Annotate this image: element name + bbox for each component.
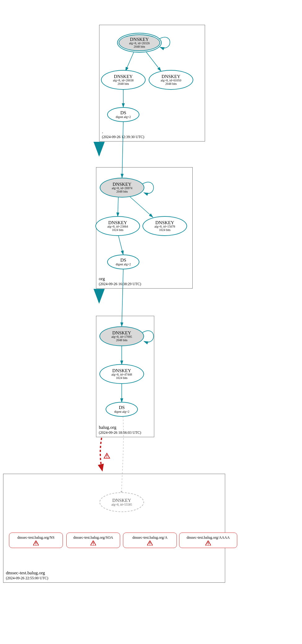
node-balug-ds[interactable]: DS digest alg=2 (106, 402, 138, 417)
rr-soa-label: dnssec-test.balug.org/SOA (73, 535, 113, 540)
svg-rect-7 (150, 544, 150, 545)
node-root-zsk2-title: DNSKEY (162, 74, 181, 79)
node-org-ksk[interactable]: DNSKEY alg=8, id=26974 2048 bits (100, 178, 144, 198)
node-org-zsk1-bits: 1024 bits (112, 228, 124, 232)
node-org-ds[interactable]: DS digest alg=2 (107, 255, 139, 269)
node-root-zsk1[interactable]: DNSKEY alg=8, id=20038 2048 bits (101, 70, 146, 90)
warning-icon (205, 541, 211, 546)
warning-icon (33, 541, 39, 546)
node-root-ksk-bits: 2048 bits (134, 45, 145, 49)
zone-org-name: org (99, 276, 141, 282)
node-root-zsk2[interactable]: DNSKEY alg=8, id=61050 2048 bits (149, 70, 193, 90)
node-org-ds-title: DS (120, 258, 126, 263)
zone-root-label: . (2024-09-26 12:39:30 UTC) (102, 129, 144, 139)
node-balug-ds-title: DS (119, 405, 125, 410)
node-root-ds-alg: digest alg=2 (116, 115, 131, 119)
node-org-ds-alg: digest alg=2 (116, 263, 131, 266)
node-root-zsk1-bits: 2048 bits (118, 82, 129, 86)
rr-aaaa-label: dnssec-test.balug.org/AAAA (186, 535, 230, 540)
node-dnssec-key-alg: alg=8, id=55585 (112, 503, 132, 507)
node-dnssec-key[interactable]: DNSKEY alg=8, id=55585 (99, 492, 144, 512)
zone-org-label: org (2024-09-26 16:38:29 UTC) (99, 276, 141, 286)
node-balug-zsk-title: DNSKEY (112, 368, 131, 373)
node-root-ksk[interactable]: DNSKEY alg=8, id=20326 2048 bits (117, 33, 162, 53)
zone-dnssec-ts: (2024-09-26 22:55:00 UTC) (6, 576, 48, 581)
node-org-zsk2-bits: 1024 bits (159, 228, 171, 232)
node-org-zsk1[interactable]: DNSKEY alg=8, id=23064 1024 bits (95, 216, 140, 236)
zone-dnssec-label: dnssec-test.balug.org (2024-09-26 22:55:… (6, 570, 48, 581)
node-balug-zsk[interactable]: DNSKEY alg=8, id=47448 1024 bits (99, 364, 144, 384)
node-root-ksk-title: DNSKEY (130, 37, 149, 42)
warning-icon (147, 541, 153, 546)
rr-soa[interactable]: dnssec-test.balug.org/SOA (66, 533, 120, 548)
node-balug-zsk-bits: 1024 bits (116, 376, 128, 380)
node-root-zsk1-title: DNSKEY (114, 74, 133, 79)
svg-rect-4 (93, 542, 94, 544)
rr-a[interactable]: dnssec-test.balug.org/A (123, 533, 177, 548)
svg-rect-6 (150, 542, 150, 544)
svg-rect-9 (208, 544, 208, 545)
svg-rect-3 (36, 544, 36, 545)
warning-icon (90, 541, 96, 546)
svg-rect-2 (36, 542, 36, 544)
node-org-zsk1-title: DNSKEY (108, 220, 127, 225)
rr-ns-label: dnssec-test.balug.org/NS (17, 535, 55, 540)
rr-a-label: dnssec-test.balug.org/A (132, 535, 167, 540)
zone-balug-name: balug.org (99, 424, 141, 430)
node-balug-ksk-title: DNSKEY (112, 331, 131, 336)
zone-balug-label: balug.org (2024-09-26 18:56:03 UTC) (99, 424, 141, 435)
zone-root-name: . (102, 129, 144, 135)
zone-root-ts: (2024-09-26 12:39:30 UTC) (102, 135, 144, 139)
node-root-ds-title: DS (120, 111, 126, 115)
svg-rect-0 (107, 455, 107, 457)
zone-balug-ts: (2024-09-26 18:56:03 UTC) (99, 430, 141, 435)
node-org-zsk2-title: DNSKEY (155, 220, 174, 225)
rr-aaaa[interactable]: dnssec-test.balug.org/AAAA (179, 533, 237, 548)
zone-dnssec: dnssec-test.balug.org (2024-09-26 22:55:… (3, 474, 225, 583)
node-org-ksk-title: DNSKEY (113, 182, 132, 187)
node-root-ds[interactable]: DS digest alg=2 (107, 107, 139, 122)
svg-rect-8 (208, 542, 208, 544)
zone-org-ts: (2024-09-26 16:38:29 UTC) (99, 282, 141, 286)
zone-dnssec-name: dnssec-test.balug.org (6, 570, 48, 576)
node-balug-ds-alg: digest alg=2 (114, 410, 129, 414)
node-root-zsk2-bits: 2048 bits (165, 82, 177, 86)
rr-ns[interactable]: dnssec-test.balug.org/NS (9, 533, 63, 548)
svg-rect-1 (107, 457, 107, 458)
node-balug-ksk[interactable]: DNSKEY alg=8, id=17095 2048 bits (99, 326, 144, 346)
node-dnssec-key-title: DNSKEY (112, 498, 131, 503)
node-balug-ksk-bits: 2048 bits (116, 339, 128, 342)
node-org-ksk-bits: 2048 bits (116, 190, 128, 194)
node-org-zsk2[interactable]: DNSKEY alg=8, id=15678 1024 bits (142, 216, 187, 236)
svg-rect-5 (93, 544, 94, 545)
